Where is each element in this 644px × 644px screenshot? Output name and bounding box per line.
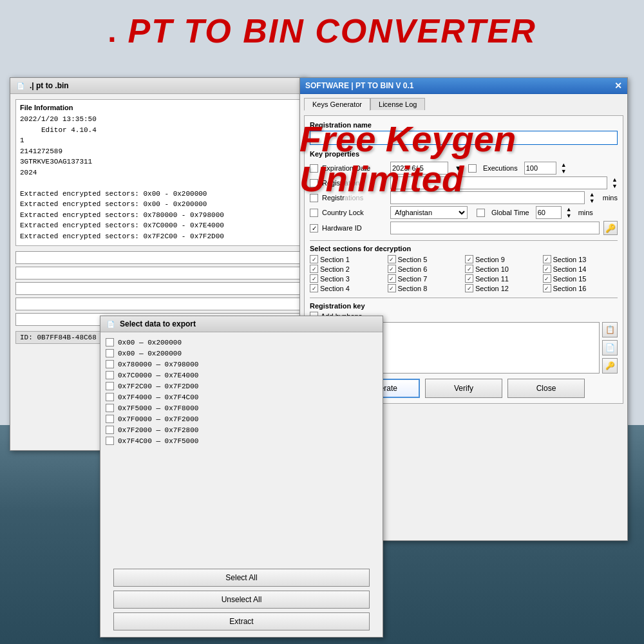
key-prop-label: Key properties xyxy=(310,150,618,158)
reg-key-buttons: 📋 📄 🔑 xyxy=(602,322,618,374)
section-2-label: Section 2 xyxy=(320,265,350,273)
hardware-id-button[interactable]: 🔑 xyxy=(603,221,618,235)
field-row-4 xyxy=(15,298,300,310)
export-checkbox-9[interactable] xyxy=(106,426,114,434)
section-6-checkbox[interactable]: ✓ xyxy=(388,265,396,273)
expiration-checkbox[interactable] xyxy=(310,164,318,173)
section-item-14: ✓ Section 14 xyxy=(543,265,618,273)
export-checkbox-10[interactable] xyxy=(106,437,114,445)
section-9-checkbox[interactable]: ✓ xyxy=(465,255,473,263)
sections-grid: ✓ Section 1 ✓ Section 5 ✓ Section 9 ✓ xyxy=(310,255,618,292)
tab-keys-generator[interactable]: Keys Generator xyxy=(304,98,370,111)
hardware-id-checkbox[interactable]: ✓ xyxy=(310,224,318,232)
export-checkbox-8[interactable] xyxy=(106,415,114,423)
executions-checkbox[interactable] xyxy=(468,164,477,173)
registrations2-input[interactable] xyxy=(390,191,585,204)
section-16-label: Section 16 xyxy=(553,285,587,292)
export-checkbox-7[interactable] xyxy=(106,404,114,412)
reg2-spin-arrows[interactable]: ▲▼ xyxy=(589,191,595,204)
expiration-date-row: Expiration Date ▼ Executions ▲▼ xyxy=(310,162,618,175)
section-12-label: Section 12 xyxy=(475,285,509,292)
country-lock-label: Country Lock xyxy=(322,209,386,216)
section-7-checkbox[interactable]: ✓ xyxy=(388,274,396,283)
export-checkbox-5[interactable] xyxy=(106,382,114,390)
country-select[interactable]: Afghanistan Albania Algeria xyxy=(390,206,468,219)
export-item: 0x7F4C00 — 0x7F5000 xyxy=(106,436,377,446)
key-icon-btn[interactable]: 🔑 xyxy=(602,358,618,374)
section-item-9: ✓ Section 9 xyxy=(465,255,540,263)
section-5-checkbox[interactable]: ✓ xyxy=(388,255,396,263)
registrations2-label: Registrations xyxy=(322,194,386,202)
section-item-2: ✓ Section 2 xyxy=(310,265,385,273)
hardware-id-row: ✓ Hardware ID 🔑 xyxy=(310,221,618,235)
section-8-checkbox[interactable]: ✓ xyxy=(388,284,396,292)
section-14-checkbox[interactable]: ✓ xyxy=(543,265,551,273)
section-12-checkbox[interactable]: ✓ xyxy=(465,284,473,292)
section-1-checkbox[interactable]: ✓ xyxy=(310,255,318,263)
field-input-2[interactable] xyxy=(15,267,300,279)
field-input-1[interactable] xyxy=(15,251,300,264)
section-13-checkbox[interactable]: ✓ xyxy=(543,255,551,263)
export-checkbox-2[interactable] xyxy=(106,349,114,357)
section-item-6: ✓ Section 6 xyxy=(388,265,463,273)
field-input-3[interactable] xyxy=(15,282,300,295)
section-10-checkbox[interactable]: ✓ xyxy=(465,265,473,273)
section-2-checkbox[interactable]: ✓ xyxy=(310,265,318,273)
file-info-fields xyxy=(15,251,300,326)
section-item-13: ✓ Section 13 xyxy=(543,255,618,263)
export-checkbox-1[interactable] xyxy=(106,338,114,346)
section-5-label: Section 5 xyxy=(398,256,428,263)
verify-button[interactable]: Verify xyxy=(425,379,502,398)
field-row-2 xyxy=(15,267,300,279)
tab-license-log[interactable]: License Log xyxy=(370,98,425,110)
registrations-row: Registrations ▲▼ xyxy=(310,176,618,189)
section-4-checkbox[interactable]: ✓ xyxy=(310,284,318,292)
divider xyxy=(310,240,618,241)
select-all-button[interactable]: Select All xyxy=(113,569,370,587)
executions-spin-arrows[interactable]: ▲▼ xyxy=(561,162,567,175)
tabs-row: Keys Generator License Log xyxy=(304,98,623,110)
registrations-input[interactable] xyxy=(390,176,607,189)
section-item-5: ✓ Section 5 xyxy=(388,255,463,263)
close-button[interactable]: Close xyxy=(507,379,585,398)
section-item-4: ✓ Section 4 xyxy=(310,284,385,292)
expiration-date-input[interactable] xyxy=(390,162,448,175)
keygen-close-icon[interactable]: ✕ xyxy=(614,80,622,91)
registrations-checkbox[interactable] xyxy=(310,179,318,187)
export-checkbox-3[interactable] xyxy=(106,360,114,368)
global-time-input[interactable] xyxy=(536,206,562,219)
executions-label: Executions xyxy=(483,164,518,172)
keygen-titlebar: SOFTWARE | PT TO BIN V 0.1 ✕ xyxy=(300,78,627,94)
executions-input[interactable] xyxy=(524,162,556,175)
extract-button[interactable]: Extract xyxy=(113,612,370,630)
registrations2-checkbox[interactable] xyxy=(310,194,318,202)
country-lock-row: Country Lock Afghanistan Albania Algeria… xyxy=(310,206,618,219)
section-16-checkbox[interactable]: ✓ xyxy=(543,284,551,292)
paste-icon-btn[interactable]: 📄 xyxy=(602,340,618,355)
registration-name-section: Registration name xyxy=(310,121,618,145)
reg-spin-arrows[interactable]: ▲▼ xyxy=(612,176,618,189)
section-11-checkbox[interactable]: ✓ xyxy=(465,274,473,283)
section-15-checkbox[interactable]: ✓ xyxy=(543,274,551,283)
country-lock-checkbox[interactable] xyxy=(310,209,318,217)
section-13-label: Section 13 xyxy=(553,256,587,263)
divider2 xyxy=(310,298,618,298)
export-icon: 📄 xyxy=(106,319,116,329)
section-item-1: ✓ Section 1 xyxy=(310,255,385,263)
section-1-label: Section 1 xyxy=(320,256,350,263)
export-checkbox-6[interactable] xyxy=(106,393,114,401)
export-item: 0x7F5000 — 0x7F8000 xyxy=(106,403,377,413)
hardware-id-input[interactable] xyxy=(390,222,600,234)
field-input-4[interactable] xyxy=(15,298,300,310)
unselect-all-button[interactable]: Unselect All xyxy=(113,591,370,609)
global-time-checkbox[interactable] xyxy=(477,209,485,217)
field-row-3 xyxy=(15,282,300,295)
expiration-dropdown-icon[interactable]: ▼ xyxy=(455,164,462,172)
reg-name-input[interactable] xyxy=(310,131,618,145)
export-checkbox-4[interactable] xyxy=(106,371,114,379)
windows-area: 📄 .| pt to .bin File Information 2022/1/… xyxy=(0,71,644,644)
global-spin-arrows[interactable]: ▲▼ xyxy=(566,206,572,219)
copy-icon-btn[interactable]: 📋 xyxy=(602,322,618,337)
sections-label: Select sections for decryption xyxy=(310,245,618,252)
section-3-checkbox[interactable]: ✓ xyxy=(310,274,318,283)
